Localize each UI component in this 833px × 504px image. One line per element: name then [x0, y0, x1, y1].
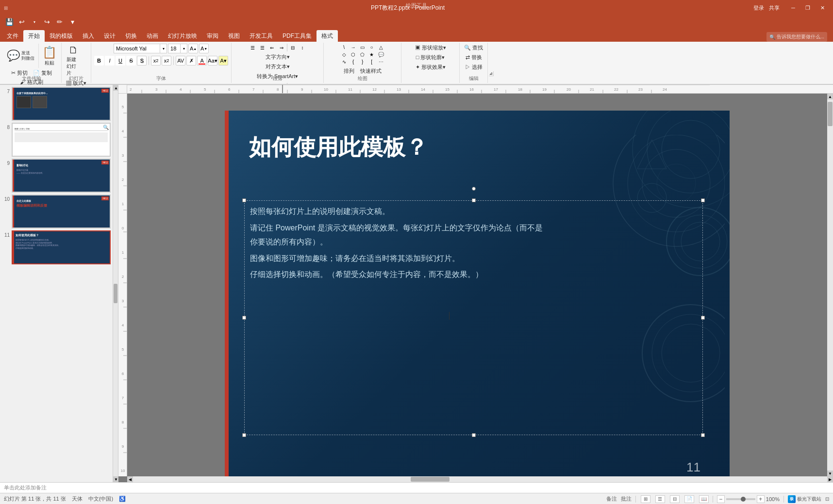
normal-view-button[interactable]: ⊞ — [641, 495, 650, 503]
scroll-thumb[interactable] — [114, 284, 117, 303]
slide-thumb-9[interactable]: 9 HKU 影响讨论 影响讨论主题—— 在适当位置添加内容说明。 — [2, 159, 111, 193]
line-spacing-button[interactable]: ↕ — [298, 44, 307, 51]
search-placeholder[interactable]: 告诉我您想要做什么... — [777, 33, 824, 40]
handle-mr[interactable] — [701, 316, 705, 320]
tab-file[interactable]: 文件 — [2, 30, 23, 42]
zoom-minus-button[interactable]: − — [717, 495, 725, 503]
scroll-down-button[interactable]: ▼ — [113, 476, 118, 482]
shape-arrow[interactable]: → — [349, 44, 358, 50]
notes-placeholder[interactable]: 单击此处添加备注 — [4, 484, 47, 491]
shape-fill-button[interactable]: ▣ 形状缩放▾ — [414, 44, 448, 52]
notes-toggle[interactable]: 备注 — [606, 495, 617, 503]
text-box-container[interactable]: 按照每张幻灯片上的说明创建演示文稿。 请记住 PowerPoint 是演示文稿的… — [244, 200, 703, 435]
bold-button[interactable]: B — [94, 56, 104, 65]
zoom-plus-button[interactable]: + — [757, 495, 765, 503]
shape-diamond[interactable]: ◇ — [340, 51, 349, 58]
find-button[interactable]: 🔍 查找 — [463, 44, 484, 52]
shadow-button[interactable]: S — [137, 56, 147, 65]
slide-preview-7[interactable]: HKU 在接下来图例效果的应用中... — [12, 87, 111, 121]
subscript-button[interactable]: x2 — [151, 56, 161, 65]
handle-ml[interactable] — [242, 316, 246, 320]
tab-design[interactable]: 设计 — [99, 30, 120, 42]
ribbon-expand-button[interactable]: ⊿ — [489, 71, 494, 76]
case-button[interactable]: Aa▾ — [208, 56, 217, 65]
fit-window-button[interactable]: ⊡ — [825, 496, 829, 502]
shape-rect[interactable]: ▭ — [358, 44, 367, 50]
customize-button[interactable]: ✏ — [54, 16, 65, 27]
handle-bl[interactable] — [242, 433, 246, 437]
quick-styles-button[interactable]: 快速样式 — [358, 66, 383, 76]
handle-bc[interactable] — [472, 433, 476, 437]
tab-format[interactable]: 格式 — [317, 30, 338, 42]
canvas-scroll-down[interactable]: ▼ — [827, 471, 833, 476]
decrease-font-button[interactable]: A▼ — [199, 44, 209, 53]
shape-star[interactable]: ★ — [367, 51, 376, 58]
rotation-handle[interactable] — [472, 187, 476, 191]
restore-button[interactable]: ❐ — [801, 3, 815, 13]
canvas-scrollbar-v[interactable]: ▲ ▼ — [827, 94, 833, 476]
decrease-indent-button[interactable]: ⇐ — [267, 44, 276, 51]
scroll-left-button[interactable]: ◀ — [127, 476, 133, 482]
paste-button[interactable]: 📋 粘贴 — [41, 45, 58, 67]
tab-insert[interactable]: 插入 — [78, 30, 99, 42]
scroll-track[interactable] — [113, 91, 118, 476]
slidesorter-view-button[interactable]: ⊟ — [670, 495, 680, 503]
font-size-selector[interactable]: 18 ▾ — [168, 44, 187, 53]
shape-oval[interactable]: ○ — [367, 44, 376, 50]
shape-more[interactable]: ⋯ — [377, 58, 385, 65]
handle-br[interactable] — [701, 433, 705, 437]
shape-callout[interactable]: 💬 — [377, 51, 385, 58]
undo-dropdown[interactable]: ▾ — [29, 16, 40, 27]
slide-thumb-10[interactable]: 10 HKU 自定义此模板 模板编辑说明和反馈 — [2, 195, 111, 228]
shape-triangle[interactable]: △ — [377, 44, 385, 50]
scroll-right-button[interactable]: ▶ — [827, 476, 833, 482]
canvas-scroll-thumb[interactable] — [828, 102, 833, 126]
columns-button[interactable]: ⊟ — [288, 44, 297, 51]
tab-developer[interactable]: 开发工具 — [245, 30, 278, 42]
bullet-list-button[interactable]: ☰ — [248, 44, 257, 51]
login-btn[interactable]: 登录 — [753, 4, 764, 12]
clear-format-button[interactable]: ✗ — [186, 56, 196, 65]
increase-indent-button[interactable]: ⇒ — [277, 44, 286, 51]
slide-canvas[interactable]: 如何使用此模板？ — [225, 111, 730, 476]
slide-preview-10[interactable]: HKU 自定义此模板 模板编辑说明和反馈 — [12, 195, 111, 228]
notes-view-button[interactable]: 📄 — [684, 495, 694, 503]
increase-font-button[interactable]: A▲ — [188, 44, 198, 53]
send-wechat-button[interactable]: 💬 发送到微信 — [5, 49, 36, 62]
slide-panel-scrollbar[interactable]: ▲ ▼ — [113, 85, 118, 482]
highlight-button[interactable]: A▾ — [218, 56, 228, 65]
replace-button[interactable]: ⇄ 替换 — [464, 53, 483, 62]
handle-tl[interactable] — [242, 198, 246, 202]
slide-preview-11[interactable]: 如何使用此模板？ 按照每张幻灯片上的说明创建演示文稿。 请记住 PowerPoi… — [12, 230, 111, 264]
undo-button[interactable]: ↩ — [17, 16, 27, 27]
tab-view[interactable]: 视图 — [223, 30, 245, 42]
align-text-button[interactable]: 对齐文本▾ — [264, 63, 291, 71]
new-slide-button[interactable]: 🗋 新建幻灯片 — [65, 44, 82, 78]
h-scroll-track[interactable] — [133, 476, 827, 482]
canvas-scroll-up[interactable]: ▲ — [827, 94, 833, 99]
shape-effect-button[interactable]: ✦ 形状效果▾ — [414, 63, 447, 71]
font-spacing-button[interactable]: AV — [176, 56, 185, 65]
font-name-dropdown[interactable]: ▾ — [160, 44, 167, 53]
text-direction-button[interactable]: 文字方向▾ — [264, 53, 291, 61]
tab-animations[interactable]: 动画 — [142, 30, 163, 42]
handle-tr[interactable] — [701, 198, 705, 202]
font-color-button[interactable]: A — [197, 56, 207, 65]
h-scroll-thumb[interactable] — [411, 477, 450, 482]
tab-pdf[interactable]: PDF工具集 — [278, 30, 317, 42]
arrange-button[interactable]: 排列 — [342, 66, 356, 76]
minimize-button[interactable]: ─ — [786, 3, 800, 13]
tab-home[interactable]: 开始 — [23, 30, 45, 42]
font-size-dropdown[interactable]: ▾ — [180, 44, 187, 53]
shape-curved[interactable]: ∿ — [340, 58, 349, 65]
number-list-button[interactable]: ☰ — [258, 44, 267, 51]
underline-button[interactable]: U — [116, 56, 125, 65]
font-name-selector[interactable]: Microsoft Yal ▾ — [114, 44, 167, 53]
accessibility-button[interactable]: ♿ — [119, 496, 126, 502]
close-button[interactable]: ✕ — [816, 3, 829, 13]
tab-transitions[interactable]: 切换 — [120, 30, 142, 42]
reading-view-button[interactable]: 📖 — [699, 495, 709, 503]
save-button[interactable]: 💾 — [4, 16, 15, 27]
zoom-slider-thumb[interactable] — [741, 497, 746, 502]
slide-preview-9[interactable]: HKU 影响讨论 影响讨论主题—— 在适当位置添加内容说明。 — [12, 159, 111, 193]
